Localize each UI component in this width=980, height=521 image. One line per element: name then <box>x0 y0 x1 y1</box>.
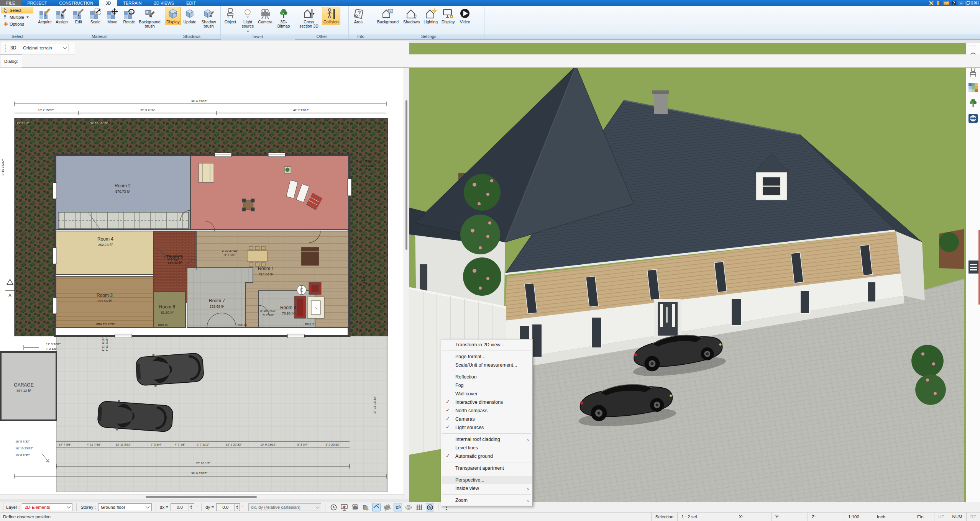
dx-spinner[interactable] <box>189 504 194 511</box>
time-of-day-button[interactable] <box>329 503 338 511</box>
acquire-button[interactable]: Acquire <box>37 7 53 25</box>
menu-item-interactive-dimensions[interactable]: ✓Interactive dimensions <box>442 398 532 406</box>
shadow-update-button[interactable]: Update <box>182 7 198 25</box>
tab-terrain[interactable]: TERRAIN <box>117 0 148 6</box>
assign-button[interactable]: Assign <box>54 7 70 25</box>
help-icon[interactable] <box>951 0 956 5</box>
menu-item-level-lines[interactable]: Level lines <box>442 444 532 452</box>
shadow-display-button[interactable]: Display <box>165 7 181 25</box>
light-source-button[interactable]: Light source <box>239 7 256 34</box>
status-ein: Ein <box>913 513 934 521</box>
menu-item-fog[interactable]: Fog <box>442 381 532 390</box>
options-button: Options <box>2 21 33 27</box>
background-brush-button[interactable]: Background brush <box>138 7 161 30</box>
settings-shadows-button[interactable]: Shadows <box>402 7 421 25</box>
north-compass-button[interactable] <box>426 503 434 511</box>
tab-construction[interactable]: CONSTRUCTION <box>53 0 100 6</box>
settings-display-button[interactable]: Display <box>440 7 456 25</box>
svg-text:4' 7 1/8": 4' 7 1/8" <box>175 443 186 446</box>
dy-input[interactable]: 0.0 <box>216 503 240 511</box>
plants-icon[interactable] <box>968 98 978 108</box>
plan-2d-canvas[interactable]: 98' 6 23/32" 18' 7 15/32" 37' 3 7/16" 42… <box>0 68 404 494</box>
record-camera-button[interactable] <box>351 503 359 511</box>
move-label: Move <box>107 20 117 24</box>
chevron-down-icon <box>67 505 71 509</box>
plan-horizontal-scrollbar[interactable] <box>0 494 404 499</box>
menu-item-transform-2d[interactable]: Transform in 2D view... <box>442 341 532 349</box>
materials-icon[interactable] <box>968 83 978 93</box>
layer-select[interactable]: 2D-Elements <box>22 503 72 511</box>
menu-item-cameras[interactable]: ✓Cameras <box>442 415 532 423</box>
select-button[interactable]: Select <box>2 7 33 13</box>
close-button[interactable] <box>972 1 979 5</box>
menu-separator <box>442 494 531 495</box>
dy-spinner[interactable] <box>234 504 240 511</box>
tab-edit[interactable]: EDIT <box>180 0 202 6</box>
menu-item-light-sources[interactable]: ✓Light sources <box>442 423 532 432</box>
menu-item-internal-roof-cladding[interactable]: Internal roof cladding› <box>442 435 532 444</box>
terrain-select[interactable]: Original terrain <box>20 44 69 52</box>
video-button[interactable]: Video <box>457 7 473 25</box>
timber-view-button[interactable] <box>383 503 391 511</box>
settings-background-button[interactable]: Background <box>375 7 401 25</box>
living-room[interactable] <box>190 156 348 229</box>
plan-vertical-scrollbar[interactable] <box>404 68 409 499</box>
menu-item-automatic-ground[interactable]: ✓Automatic ground <box>442 452 532 460</box>
menu-item-zoom[interactable]: Zoom› <box>442 496 532 505</box>
mail-icon[interactable] <box>944 0 949 5</box>
assign-label: Assign <box>56 20 68 24</box>
terrain-contour-button[interactable] <box>404 503 413 511</box>
tab-3d[interactable]: 3D <box>99 0 117 6</box>
menu-item-wall-cover[interactable]: Wall cover <box>442 390 532 398</box>
scale-button[interactable]: Scale <box>87 7 103 25</box>
tab-2d-views[interactable]: 2D VIEWS <box>148 0 181 6</box>
menu-item-reflection[interactable]: Reflection <box>442 373 532 381</box>
menu-item-scale-unit[interactable]: Scale/Unit of measurement... <box>442 361 532 369</box>
tab-file[interactable]: FILE <box>0 0 21 6</box>
area-button[interactable]: Area <box>350 7 366 25</box>
minimize-button[interactable] <box>958 1 964 5</box>
project-layers-button[interactable] <box>361 503 370 511</box>
dx-input[interactable]: 0.0 <box>171 503 194 511</box>
menu-item-perspective[interactable]: Perspective... <box>442 476 532 484</box>
cross-section-button[interactable]: Cross section 3D <box>297 7 321 30</box>
room-6[interactable] <box>153 292 185 328</box>
ceiling-visibility-button[interactable] <box>394 503 402 511</box>
storey-select[interactable]: Ground floor <box>98 503 152 511</box>
background-brush-icon <box>144 8 156 20</box>
terrain-select-button[interactable] <box>61 44 69 52</box>
tools-icon[interactable] <box>929 0 934 5</box>
plan-vscroll-thumb[interactable] <box>405 100 407 250</box>
rotate-button[interactable]: Rotate <box>121 7 137 25</box>
edit-button[interactable]: Edit <box>71 7 87 25</box>
presentation-button[interactable] <box>340 503 348 511</box>
object-button[interactable]: Object <box>222 7 238 25</box>
sidebar-grip[interactable] <box>969 45 977 47</box>
room-7[interactable] <box>187 268 253 328</box>
roof-visibility-button[interactable] <box>372 503 381 511</box>
panel-pull-tab[interactable] <box>969 260 979 274</box>
toolbar-grip[interactable] <box>5 43 7 52</box>
menu-item-transparent-apartment[interactable]: Transparent apartment <box>442 464 532 472</box>
menu-item-inside-view[interactable]: Inside view› <box>442 484 532 493</box>
collision-button[interactable]: Collision <box>322 7 340 25</box>
multiple-button[interactable]: Multiple <box>2 14 33 20</box>
shadow-brush-button[interactable]: Shadow brush <box>199 7 218 30</box>
furniture-catalog-icon[interactable] <box>968 67 978 77</box>
group-label-select: Select <box>0 34 35 39</box>
dx-unit: ' <box>197 505 197 510</box>
restore-button[interactable] <box>965 1 972 5</box>
bitmap3d-button[interactable]: 3D-Bitmap <box>274 7 293 30</box>
coordinate-mode-select[interactable]: dx, dy (relative cartesian) <box>248 503 321 511</box>
menu-item-north-compass[interactable]: ✓North compass <box>442 406 532 415</box>
tab-project[interactable]: PROJECT <box>21 0 53 6</box>
camera-button[interactable]: Camera <box>257 7 273 25</box>
package-icon[interactable] <box>936 0 941 5</box>
move-button[interactable]: Move <box>104 7 120 25</box>
menu-item-page-format[interactable]: Page format... <box>442 352 532 361</box>
grid-button[interactable] <box>415 503 424 511</box>
remote-support-icon[interactable] <box>968 113 978 123</box>
settings-lighting-button[interactable]: Lighting <box>422 7 439 25</box>
toolbar-grip[interactable] <box>2 503 4 512</box>
plan-hscroll-thumb[interactable] <box>146 496 257 498</box>
